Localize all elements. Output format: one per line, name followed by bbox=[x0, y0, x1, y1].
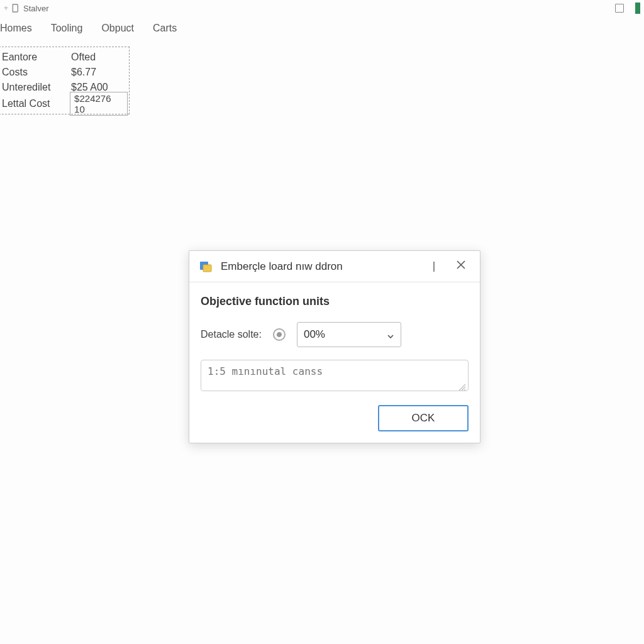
separator-icon bbox=[433, 262, 435, 272]
summary-value: $6.77 bbox=[71, 67, 96, 78]
summary-value: Ofted bbox=[71, 52, 96, 63]
summary-total-value[interactable]: $224276 10 bbox=[70, 92, 128, 116]
radio-icon[interactable] bbox=[273, 328, 286, 341]
summary-label: Eantore bbox=[1, 52, 71, 63]
modal-dialog: Emberçle loard nıw ddron Objective funct… bbox=[189, 250, 480, 443]
tab-tooling[interactable]: Tooling bbox=[51, 23, 83, 34]
summary-box: Eantore Ofted Costs $6.77 Unteredilet $2… bbox=[0, 47, 130, 114]
field-label-detacle: Detacle solte: bbox=[201, 329, 262, 340]
modal-section-heading: Objective function units bbox=[201, 295, 469, 308]
window-titlebar: + Stalver bbox=[0, 0, 644, 16]
chevron-down-icon bbox=[387, 331, 394, 338]
modal-title: Emberçle loard nıw ddron bbox=[221, 260, 433, 273]
ok-button[interactable]: OCK bbox=[378, 405, 469, 431]
percentage-select[interactable]: 00% bbox=[297, 322, 401, 347]
summary-label: Unteredilet bbox=[1, 82, 71, 93]
app-icon bbox=[11, 3, 21, 13]
ribbon-tabs: Homes Tooling Obpuct Carts bbox=[0, 16, 644, 40]
tab-homes[interactable]: Homes bbox=[0, 23, 32, 34]
accent-strip-icon bbox=[635, 3, 640, 14]
restore-icon[interactable] bbox=[615, 4, 624, 13]
tab-obpuct[interactable]: Obpuct bbox=[101, 23, 134, 34]
svg-rect-1 bbox=[203, 265, 211, 272]
summary-total-label: Lettal Cost bbox=[1, 98, 70, 109]
app-title: Stalver bbox=[23, 4, 48, 13]
notes-textarea[interactable] bbox=[201, 360, 469, 391]
modal-titlebar: Emberçle loard nıw ddron bbox=[189, 251, 480, 282]
close-icon[interactable] bbox=[456, 260, 466, 273]
plus-icon: + bbox=[4, 4, 8, 13]
summary-label: Costs bbox=[1, 67, 71, 78]
window-controls bbox=[615, 3, 640, 14]
modal-app-icon bbox=[198, 259, 213, 274]
tab-carts[interactable]: Carts bbox=[153, 23, 177, 34]
select-value: 00% bbox=[304, 328, 325, 341]
